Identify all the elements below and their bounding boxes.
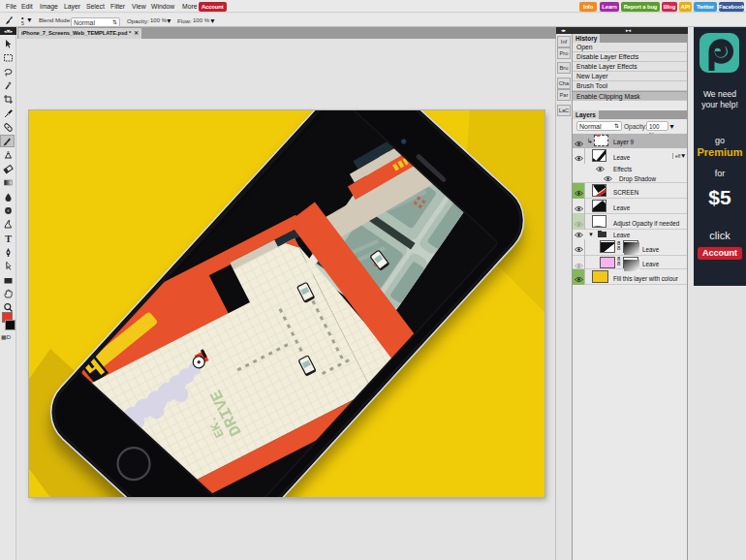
svg-text:T: T [5, 233, 12, 244]
